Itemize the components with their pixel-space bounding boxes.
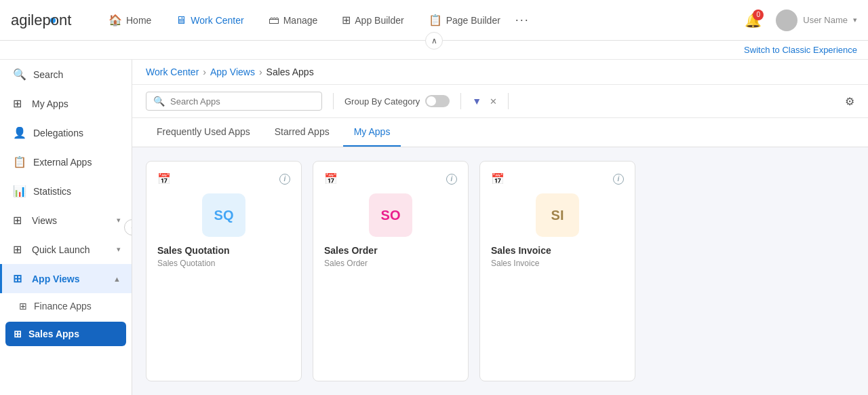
nav-appbuilder[interactable]: ⊞ App Builder xyxy=(332,8,413,32)
sidebar-item-externalapps[interactable]: 📋 External Apps xyxy=(0,147,132,176)
sidebar-myapps-label: My Apps xyxy=(32,98,121,109)
app-badge-so: SO xyxy=(369,193,412,237)
sidebar-item-delegations[interactable]: 👤 Delegations xyxy=(0,118,132,147)
group-by-category: Group By Category xyxy=(344,95,450,107)
views-icon: ⊞ xyxy=(13,214,25,227)
app-card-sales-quotation[interactable]: 📅 i SQ Sales Quotation Sales Quotation xyxy=(146,161,302,381)
calendar-icon: 📅 xyxy=(491,172,505,185)
card-top: 📅 i xyxy=(324,172,457,185)
breadcrumb-appviews[interactable]: App Views xyxy=(210,67,255,77)
user-icon: 👤 xyxy=(13,126,26,139)
sidebar-item-myapps[interactable]: ⊞ My Apps xyxy=(0,89,132,118)
app-subtitle: Sales Invoice xyxy=(491,259,539,268)
home-icon: 🏠 xyxy=(108,14,122,26)
nav-workcenter-label: Work Center xyxy=(191,15,243,26)
tabs-bar: Frequently Used Apps Starred Apps My App… xyxy=(132,118,868,147)
app-name: Sales Quotation xyxy=(157,245,230,256)
sidebar: 🔍 Search ⊞ My Apps 👤 Delegations 📋 Exter… xyxy=(0,60,132,395)
app-card-sales-invoice[interactable]: 📅 i SI Sales Invoice Sales Invoice xyxy=(479,161,635,381)
user-menu[interactable]: User Name ▾ xyxy=(776,10,857,31)
nav-collapse-button[interactable]: ∧ xyxy=(425,32,443,50)
nav-more-button[interactable]: ··· xyxy=(515,13,530,27)
sidebar-views-label: Views xyxy=(32,215,110,226)
divider-1 xyxy=(333,93,334,109)
nav-manage[interactable]: 🗃 Manage xyxy=(259,9,328,32)
info-icon[interactable]: i xyxy=(613,174,624,185)
breadcrumb-current: Sales Apps xyxy=(267,67,314,77)
sidebar-appviews-label: App Views xyxy=(32,274,106,284)
statistics-icon: 📊 xyxy=(13,185,26,198)
breadcrumb-sep-2: › xyxy=(259,67,262,77)
sidebar-item-search[interactable]: 🔍 Search xyxy=(0,60,132,89)
filter-icon: ▼ xyxy=(472,96,481,107)
tab-my-apps[interactable]: My Apps xyxy=(343,118,401,147)
chevron-left-icon: ‹ xyxy=(131,223,132,231)
nav-appbuilder-label: App Builder xyxy=(355,15,403,26)
monitor-icon: 🖥 xyxy=(176,14,186,26)
notifications-button[interactable]: 🔔 0 xyxy=(741,8,765,33)
group-by-toggle[interactable] xyxy=(425,95,450,107)
chevron-up-icon: ▲ xyxy=(113,275,121,283)
group-by-label: Group By Category xyxy=(344,96,420,107)
nav-home[interactable]: 🏠 Home xyxy=(99,8,161,32)
sidebar-search-label: Search xyxy=(33,69,121,80)
search-box: 🔍 xyxy=(146,92,322,111)
sidebar-delegations-label: Delegations xyxy=(33,128,121,138)
top-navigation: agilepo nt 🏠 Home 🖥 Work Center 🗃 Manage… xyxy=(0,0,868,41)
sidebar-externalapps-label: External Apps xyxy=(33,157,121,168)
app-subtitle: Sales Quotation xyxy=(157,259,215,268)
avatar xyxy=(776,10,797,31)
nav-home-label: Home xyxy=(126,15,151,26)
search-icon: 🔍 xyxy=(153,96,165,107)
pagebuilder-icon: 📋 xyxy=(429,14,442,26)
grid-icon: ⊞ xyxy=(13,97,25,110)
search-input[interactable] xyxy=(170,96,306,107)
svg-text:nt: nt xyxy=(59,12,71,29)
sidebar-item-views[interactable]: ⊞ Views ▾ xyxy=(0,206,132,235)
app-card-sales-order[interactable]: 📅 i SO Sales Order Sales Order xyxy=(313,161,469,381)
breadcrumb: Work Center › App Views › Sales Apps xyxy=(132,60,868,85)
sidebar-salesapps-label: Sales Apps xyxy=(28,328,79,339)
sidebar-item-appviews[interactable]: ⊞ App Views ▲ xyxy=(0,264,132,293)
sidebar-financeapps-label: Finance Apps xyxy=(34,301,92,312)
filter-button[interactable]: ▼ xyxy=(472,96,481,107)
clear-filter-button[interactable]: ✕ xyxy=(490,96,497,107)
manage-icon: 🗃 xyxy=(269,14,279,26)
salesapps-icon: ⊞ xyxy=(14,328,22,339)
financeapps-icon: ⊞ xyxy=(19,301,27,312)
nav-workcenter[interactable]: 🖥 Work Center xyxy=(166,9,253,32)
chevron-down-icon: ▾ xyxy=(117,245,121,254)
info-icon[interactable]: i xyxy=(446,174,457,185)
divider-3 xyxy=(508,93,509,109)
search-icon: 🔍 xyxy=(13,68,26,81)
breadcrumb-sep-1: › xyxy=(203,67,206,77)
external-icon: 📋 xyxy=(13,155,26,168)
sidebar-quicklaunch-label: Quick Launch xyxy=(32,244,110,255)
svg-text:agilepo: agilepo xyxy=(11,12,59,29)
app-badge-sq: SQ xyxy=(202,193,245,237)
breadcrumb-workcenter[interactable]: Work Center xyxy=(146,67,199,77)
calendar-icon: 📅 xyxy=(324,172,338,185)
main-layout: 🔍 Search ⊞ My Apps 👤 Delegations 📋 Exter… xyxy=(0,60,868,395)
nav-pagebuilder-label: Page Builder xyxy=(446,15,500,26)
chevron-down-icon: ▾ xyxy=(117,216,121,225)
app-subtitle: Sales Order xyxy=(324,259,368,268)
app-name: Sales Invoice xyxy=(491,245,551,256)
nav-pagebuilder[interactable]: 📋 Page Builder xyxy=(419,8,510,32)
sidebar-item-statistics[interactable]: 📊 Statistics xyxy=(0,176,132,206)
app-name: Sales Order xyxy=(324,245,378,256)
info-icon[interactable]: i xyxy=(279,174,290,185)
card-top: 📅 i xyxy=(491,172,624,185)
content-area: Work Center › App Views › Sales Apps 🔍 G… xyxy=(132,60,868,395)
logo[interactable]: agilepo nt xyxy=(11,8,99,33)
sidebar-item-quicklaunch[interactable]: ⊞ Quick Launch ▾ xyxy=(0,235,132,264)
notification-badge: 0 xyxy=(753,10,764,20)
tab-starred[interactable]: Starred Apps xyxy=(264,118,340,147)
quicklaunch-icon: ⊞ xyxy=(13,243,25,256)
sidebar-subitem-financeapps[interactable]: ⊞ Finance Apps xyxy=(0,293,132,319)
toolbar: 🔍 Group By Category ▼ ✕ ⚙ xyxy=(132,85,868,118)
tab-frequently-used[interactable]: Frequently Used Apps xyxy=(146,118,261,147)
sidebar-subitem-salesapps[interactable]: ⊞ Sales Apps xyxy=(5,322,126,346)
settings-button[interactable]: ⚙ xyxy=(845,95,854,108)
card-top: 📅 i xyxy=(157,172,290,185)
